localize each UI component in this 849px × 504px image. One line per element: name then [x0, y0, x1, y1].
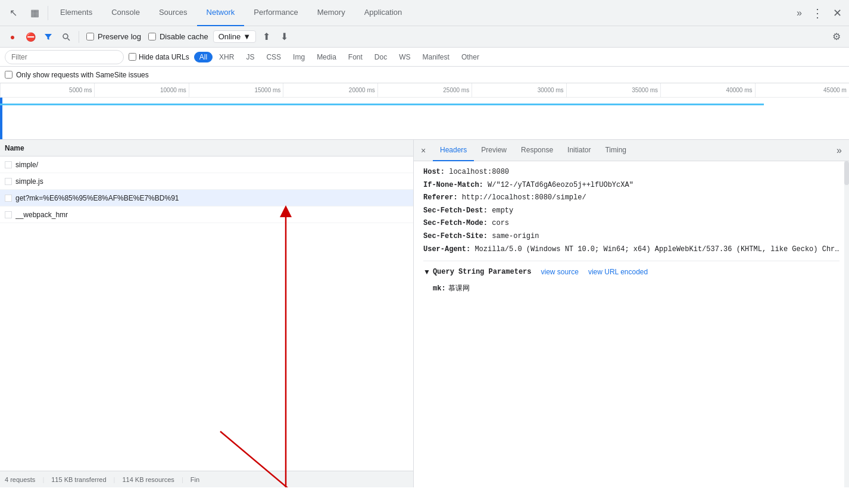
filter-chips: All XHR JS CSS Img Media Font Doc WS Man…: [194, 52, 485, 62]
request-file-icon-3: [5, 211, 12, 218]
disable-cache-label[interactable]: Disable cache: [146, 32, 211, 41]
request-file-icon-0: [5, 161, 12, 168]
chip-img[interactable]: Img: [288, 52, 310, 62]
ruler-mark-0: 5000 ms: [0, 83, 94, 97]
preserve-log-checkbox[interactable]: [86, 33, 94, 40]
request-item-0[interactable]: simple/: [0, 156, 413, 173]
detail-tab-initiator[interactable]: Initiator: [560, 140, 598, 161]
chip-all[interactable]: All: [194, 52, 213, 62]
more-tabs-icon[interactable]: »: [792, 8, 807, 18]
request-name-3: __webpack_hmr: [15, 211, 68, 219]
hide-data-urls-checkbox[interactable]: [129, 53, 136, 61]
tab-performance[interactable]: Performance: [244, 0, 307, 26]
preserve-log-label[interactable]: Preserve log: [84, 32, 143, 41]
device-icon[interactable]: ▦: [24, 2, 45, 24]
record-button[interactable]: ●: [5, 29, 20, 45]
ruler-mark-2: 15000 ms: [189, 83, 283, 97]
ruler-mark-1: 10000 ms: [94, 83, 188, 97]
qs-collapse-icon[interactable]: ▼: [423, 266, 430, 279]
details-tab-bar: × Headers Preview Response Initiator Tim…: [414, 140, 849, 161]
view-url-encoded-link[interactable]: view URL encoded: [588, 266, 648, 279]
filter-input[interactable]: [5, 50, 124, 64]
query-string-section: ▼ Query String Parameters view source vi…: [423, 261, 839, 296]
svg-line-1: [68, 38, 70, 40]
query-string-title: ▼ Query String Parameters: [423, 266, 532, 279]
ruler-mark-5: 30000 ms: [472, 83, 566, 97]
filter-row: Hide data URLs All XHR JS CSS Img Media …: [0, 48, 849, 67]
detail-tab-response[interactable]: Response: [514, 140, 560, 161]
requests-list: simple/ simple.js get?mk=%E6%85%95%E8%AF…: [0, 156, 413, 471]
toolbar-separator: [79, 31, 79, 43]
status-resources: 114 KB resources: [122, 476, 174, 483]
chip-manifest[interactable]: Manifest: [417, 52, 455, 62]
detail-tabs-more[interactable]: »: [832, 145, 847, 156]
chip-other[interactable]: Other: [456, 52, 485, 62]
requests-column-header: Name: [0, 140, 413, 156]
tab-console[interactable]: Console: [102, 0, 149, 26]
timeline-progress-line: [0, 104, 764, 105]
samesite-checkbox[interactable]: [5, 71, 13, 79]
disable-cache-checkbox[interactable]: [148, 33, 156, 40]
svg-point-0: [63, 34, 68, 39]
request-item-2[interactable]: get?mk=%E6%85%95%E8%AF%BE%E7%BD%91: [0, 190, 413, 206]
header-line-user-agent: User-Agent: Mozilla/5.0 (Windows NT 10.0…: [423, 243, 839, 256]
chip-css[interactable]: CSS: [261, 52, 286, 62]
tab-elements[interactable]: Elements: [51, 0, 102, 26]
chip-doc[interactable]: Doc: [369, 52, 392, 62]
chip-js[interactable]: JS: [241, 52, 260, 62]
settings-button[interactable]: ⚙: [829, 29, 844, 45]
header-line-sec-fetch-site: Sec-Fetch-Site: same-origin: [423, 230, 839, 243]
requests-panel: Name simple/ simple.js get?mk=%E6%85%95%…: [0, 140, 414, 487]
request-name-2: get?mk=%E6%85%95%E8%AF%BE%E7%BD%91: [15, 194, 179, 202]
qs-param-mk: mk: 慕课网: [423, 281, 839, 297]
devtools-tab-bar: ↖ ▦ Elements Console Sources Network Per…: [0, 0, 849, 26]
detail-tab-headers[interactable]: Headers: [433, 140, 474, 161]
samesite-label[interactable]: Only show requests with SameSite issues: [5, 71, 149, 79]
header-line-referer: Referer: http://localhost:8080/simple/: [423, 192, 839, 205]
tab-network[interactable]: Network: [197, 0, 245, 26]
search-button[interactable]: [58, 29, 74, 45]
hide-data-urls-label[interactable]: Hide data URLs: [129, 53, 189, 61]
timeline-area: 5000 ms 10000 ms 15000 ms 20000 ms 25000…: [0, 83, 849, 140]
detail-tab-timing[interactable]: Timing: [598, 140, 633, 161]
close-devtools-button[interactable]: ✕: [828, 7, 847, 20]
filter-icon-button[interactable]: [40, 29, 56, 45]
request-name-0: simple/: [15, 161, 38, 169]
details-content: Host: localhost:8080 If-None-Match: W/"1…: [414, 161, 849, 487]
request-file-icon-1: [5, 178, 12, 185]
status-bar: 4 requests | 115 KB transferred | 114 KB…: [0, 471, 413, 487]
request-item-1[interactable]: simple.js: [0, 173, 413, 190]
header-line-host: Host: localhost:8080: [423, 166, 839, 179]
chip-font[interactable]: Font: [343, 52, 368, 62]
status-transferred: 115 KB transferred: [51, 476, 106, 483]
chip-xhr[interactable]: XHR: [214, 52, 239, 62]
export-button[interactable]: ⬇: [276, 29, 292, 45]
clear-button[interactable]: ⛔: [23, 29, 38, 45]
timeline-chart: [0, 98, 849, 140]
three-dots-menu[interactable]: ⋮: [807, 6, 828, 20]
query-string-title-row: ▼ Query String Parameters view source vi…: [423, 266, 839, 279]
request-name-1: simple.js: [15, 177, 43, 186]
status-fin: Fin: [191, 476, 199, 483]
chip-ws[interactable]: WS: [394, 52, 416, 62]
header-line-sec-fetch-mode: Sec-Fetch-Mode: cors: [423, 217, 839, 230]
throttle-select[interactable]: Online ▼: [213, 30, 256, 43]
details-panel: × Headers Preview Response Initiator Tim…: [414, 140, 849, 487]
network-toolbar: ● ⛔ Preserve log Disable cache Online ▼ …: [0, 26, 849, 48]
cursor-icon[interactable]: ↖: [2, 2, 24, 24]
view-source-link[interactable]: view source: [541, 266, 579, 279]
tab-memory[interactable]: Memory: [308, 0, 355, 26]
close-details-button[interactable]: ×: [416, 143, 430, 158]
samesite-row: Only show requests with SameSite issues: [0, 67, 849, 83]
scrollbar-track[interactable]: [844, 161, 849, 487]
tab-application[interactable]: Application: [355, 0, 412, 26]
detail-tab-preview[interactable]: Preview: [474, 140, 514, 161]
request-item-3[interactable]: __webpack_hmr: [0, 206, 413, 223]
main-content: Name simple/ simple.js get?mk=%E6%85%95%…: [0, 140, 849, 487]
import-button[interactable]: ⬆: [258, 29, 274, 45]
scrollbar-thumb[interactable]: [844, 161, 849, 185]
timeline-ruler: 5000 ms 10000 ms 15000 ms 20000 ms 25000…: [0, 83, 849, 98]
ruler-mark-7: 40000 ms: [660, 83, 754, 97]
chip-media[interactable]: Media: [311, 52, 342, 62]
tab-sources[interactable]: Sources: [149, 0, 197, 26]
